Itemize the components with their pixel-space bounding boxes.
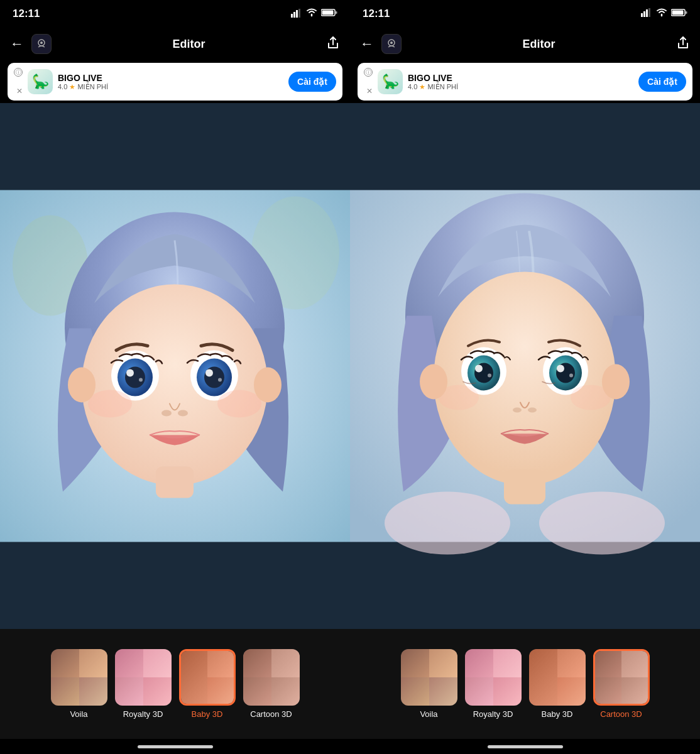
right-panel: 12:11 ← Editor [350,0,700,754]
main-image-left [0,103,350,629]
svg-rect-33 [646,9,648,17]
filter-label-baby-right: Baby 3D [542,709,573,719]
svg-point-28 [217,390,261,418]
ad-close-right[interactable]: ✕ [366,87,373,96]
status-time-right: 12:11 [363,8,390,20]
svg-point-55 [569,374,573,378]
battery-icon-right [671,8,687,19]
filter-label-cartoon-right: Cartoon 3D [600,709,642,719]
filter-item-cartoon-left[interactable]: Cartoon 3D [243,649,300,719]
filter-item-voila-right[interactable]: Voila [401,649,457,719]
ad-title-right: BIGO LIVE [408,73,633,83]
svg-point-44 [385,492,510,555]
svg-point-24 [218,378,222,382]
nav-left-left: ← [10,34,52,54]
signal-icon-left [291,9,302,19]
home-bar-right [488,745,563,748]
ad-close-left[interactable]: ✕ [16,87,23,96]
filter-thumb-royalty-left [115,649,172,706]
nav-left-right: ← [360,34,402,54]
ad-install-button-left[interactable]: Cài đặt [288,72,336,92]
svg-rect-1 [293,12,295,18]
ad-text-left: BIGO LIVE 4.0 ★ MIỄN PHÍ [58,73,283,91]
ad-install-button-right[interactable]: Cài đặt [638,72,686,92]
home-bar-left [138,745,213,748]
svg-rect-14 [156,467,194,498]
nav-bar-left: ← Editor [0,28,350,60]
svg-rect-37 [686,11,687,14]
svg-point-50 [488,374,491,378]
battery-icon-left [321,8,337,19]
svg-point-49 [475,365,483,373]
signal-icon-right [641,8,652,19]
ad-info-icon-right: ⓘ [364,68,373,77]
ad-left-section-left: ⓘ ✕ [14,68,23,96]
ad-info-close-left: ⓘ ✕ [14,68,23,96]
filter-label-royalty-left: Royalty 3D [123,709,163,719]
ad-left-section-right: ⓘ ✕ [364,68,373,96]
character-image-right [350,103,700,629]
ad-title-left: BIGO LIVE [58,73,283,83]
filter-thumb-voila-right [401,649,457,706]
wifi-icon-left [306,8,317,19]
back-button-right[interactable]: ← [360,36,374,52]
filter-label-royalty-right: Royalty 3D [473,709,513,719]
ad-banner-right: ⓘ ✕ 🦕 BIGO LIVE 4.0 ★ MIỄN PHÍ Cài đặt [358,63,692,101]
app-icon-left [31,34,52,54]
app-icon-right [381,34,402,54]
svg-rect-32 [643,11,645,17]
ad-logo-left: 🦕 [28,69,53,94]
main-image-right [350,103,700,629]
ad-text-right: BIGO LIVE 4.0 ★ MIỄN PHÍ [408,73,633,91]
svg-point-25 [161,410,172,417]
svg-point-27 [88,390,132,418]
nav-title-left: Editor [173,38,205,51]
ad-info-close-right: ⓘ ✕ [364,68,373,96]
filter-item-cartoon-right[interactable]: Cartoon 3D [593,649,650,719]
share-button-left[interactable] [326,36,340,53]
nav-bar-right: ← Editor [350,28,700,60]
ad-rating-left: 4.0 ★ MIỄN PHÍ [58,83,283,91]
status-icons-left [291,8,337,19]
filter-item-royalty-right[interactable]: Royalty 3D [465,649,522,719]
svg-point-23 [205,369,213,377]
ad-info-icon-left: ⓘ [14,68,23,77]
filter-bar-right: Voila Royalty 3D [350,629,700,739]
filter-label-voila-left: Voila [70,709,87,719]
status-bar-left: 12:11 [0,0,350,28]
filter-item-royalty-left[interactable]: Royalty 3D [115,649,172,719]
svg-point-42 [434,272,616,486]
filter-item-baby-left[interactable]: Baby 3D [179,649,236,719]
svg-rect-5 [322,11,334,15]
share-button-right[interactable] [676,36,690,53]
filter-bar-left: Voila Royalty 3D [0,629,350,739]
svg-rect-0 [291,14,293,18]
svg-point-60 [420,364,447,400]
left-panel: 12:11 ← Editor [0,0,350,754]
character-image-left [0,103,350,629]
svg-rect-6 [336,11,337,14]
wifi-icon-right [656,8,667,19]
back-button-left[interactable]: ← [10,36,24,52]
svg-rect-43 [504,470,545,505]
svg-point-19 [139,378,143,382]
svg-rect-31 [641,13,643,17]
ad-rating-right: 4.0 ★ MIỄN PHÍ [408,83,633,91]
home-indicator-right [350,739,700,754]
nav-title-right: Editor [523,38,555,51]
status-bar-right: 12:11 [350,0,700,28]
svg-point-26 [178,410,188,417]
svg-point-61 [602,364,630,400]
status-time-left: 12:11 [13,8,40,20]
filter-label-cartoon-left: Cartoon 3D [250,709,292,719]
home-indicator-left [0,739,350,754]
svg-point-30 [254,368,282,403]
filter-thumb-cartoon-right [593,649,650,706]
filter-thumb-baby-right [529,649,586,706]
ad-logo-right: 🦕 [378,69,403,94]
filter-item-voila-left[interactable]: Voila [51,649,107,719]
ad-banner-left: ⓘ ✕ 🦕 BIGO LIVE 4.0 ★ MIỄN PHÍ Cài đặt [8,63,342,101]
svg-point-56 [513,408,522,413]
svg-point-39 [390,41,393,44]
filter-item-baby-right[interactable]: Baby 3D [529,649,586,719]
